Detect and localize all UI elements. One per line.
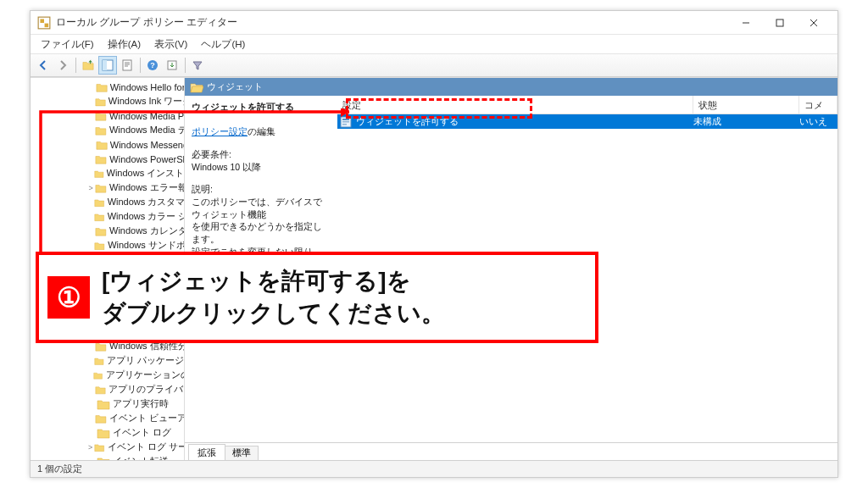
tree-node-label: Windows エラー報告 [109, 181, 184, 194]
tree-node[interactable]: アプリのプライバシー [31, 382, 184, 396]
gpedit-window: ローカル グループ ポリシー エディター ファイル(F) 操作(A) 表示(V)… [30, 10, 838, 478]
tab-extended[interactable]: 拡張 [188, 444, 225, 460]
tree-expander-icon[interactable] [86, 125, 95, 136]
tree-node[interactable]: >Windows エラー報告 [31, 180, 184, 195]
tree-node-label: Windows Media デジ [109, 124, 184, 136]
menubar: ファイル(F) 操作(A) 表示(V) ヘルプ(H) [31, 35, 837, 53]
tree-node[interactable]: アプリ実行時 [31, 396, 184, 411]
tree-expander-icon[interactable] [86, 385, 95, 395]
tree-expander-icon[interactable] [86, 197, 94, 208]
toolbar: ? [31, 53, 837, 77]
folder-icon [95, 96, 106, 108]
tree-expander-icon[interactable] [86, 140, 96, 150]
svg-rect-7 [776, 19, 783, 26]
col-setting[interactable]: 設定 [337, 96, 693, 114]
export-button[interactable] [163, 56, 181, 75]
tree-expander-icon[interactable] [86, 154, 95, 164]
setting-icon [339, 116, 353, 128]
column-headers[interactable]: 設定 状態 コメント [337, 96, 837, 114]
svg-rect-9 [103, 60, 107, 70]
folder-icon [96, 139, 108, 151]
tree-expander-icon[interactable] [86, 413, 95, 424]
description-label: 説明: [192, 183, 329, 196]
tree-node-label: アプリ パッケージの展開 [107, 354, 184, 367]
status-bar: 1 個の設定 [31, 460, 837, 477]
tree-expander-icon[interactable] [86, 399, 97, 409]
tree-expander-icon[interactable] [86, 428, 97, 438]
folder-icon [94, 211, 104, 223]
tree-node-label: アプリ実行時 [113, 397, 169, 410]
minimize-button[interactable] [729, 13, 763, 33]
close-button[interactable] [797, 13, 831, 33]
folder-icon [96, 81, 108, 93]
setting-row-allow-widgets[interactable]: ウィジェットを許可する 未構成 いいえ [337, 114, 837, 129]
tree-node[interactable]: イベント転送 [31, 454, 184, 460]
tree-node[interactable]: Windows Media デジ [31, 123, 184, 137]
menu-file[interactable]: ファイル(F) [34, 36, 101, 53]
tree-node-label: アプリのプライバシー [108, 383, 184, 396]
tree-node[interactable]: イベント ビューアー [31, 411, 184, 425]
annotation-step-number: ① [47, 276, 90, 319]
maximize-button[interactable] [763, 13, 797, 33]
tree-expander-icon[interactable] [86, 226, 95, 236]
tree-node-label: Windows インストーラー [107, 167, 184, 180]
tree-expander-icon[interactable] [86, 111, 95, 121]
tree-expander-icon[interactable]: > [86, 183, 95, 193]
requirements-label: 必要条件: [192, 148, 329, 161]
tree-node[interactable]: Windows カレンダー [31, 224, 184, 238]
tree-node[interactable]: Windows Messenge [31, 137, 184, 152]
properties-button[interactable] [118, 56, 136, 75]
tree-node[interactable]: Windows カスタマー エ [31, 195, 184, 209]
details-header: ウィジェット [185, 78, 837, 96]
show-tree-button[interactable] [98, 56, 117, 75]
tree-node-label: Windows Media Play [109, 111, 184, 121]
tree-expander-icon[interactable] [86, 370, 93, 380]
tree-node[interactable]: Windows Ink ワークス [31, 94, 184, 108]
annotation-callout: ① [ウィジェットを許可する]を ダブルクリックしてください。 [36, 252, 598, 343]
folder-icon [94, 240, 105, 252]
tab-standard[interactable]: 標準 [225, 446, 259, 460]
nav-back-button[interactable] [34, 56, 53, 75]
titlebar[interactable]: ローカル グループ ポリシー エディター [31, 11, 837, 35]
tree-node[interactable]: >イベント ログ サービス [31, 440, 184, 454]
tree-node[interactable]: Windows Hello for B [31, 80, 184, 94]
setting-title: ウィジェットを許可する [192, 101, 329, 114]
folder-icon [95, 413, 107, 424]
svg-rect-10 [123, 60, 131, 70]
tree-node[interactable]: Windows カラー システ [31, 209, 184, 224]
tree-node[interactable]: イベント ログ [31, 425, 184, 440]
menu-view[interactable]: 表示(V) [147, 36, 194, 53]
folder-icon [94, 441, 104, 453]
tree-node[interactable]: アプリケーションの互換性 [31, 368, 184, 382]
tree-node[interactable]: Windows サンドボック [31, 238, 184, 252]
edit-policy-link[interactable]: ポリシー設定 [192, 126, 248, 136]
tree-node[interactable]: アプリ パッケージの展開 [31, 353, 184, 368]
filter-button[interactable] [188, 56, 207, 75]
tree-node-label: Windows カスタマー エ [108, 196, 184, 208]
nav-up-button[interactable] [79, 56, 97, 75]
nav-forward-button[interactable] [53, 56, 72, 75]
folder-icon [94, 355, 104, 367]
tree-expander-icon[interactable] [86, 212, 94, 222]
tree-expander-icon[interactable] [86, 97, 95, 107]
tree-node[interactable]: Windows PowerShel [31, 152, 184, 166]
col-comment[interactable]: コメント [799, 96, 837, 114]
tree-node[interactable]: Windows インストーラー [31, 166, 184, 180]
tree-node-label: Windows Ink ワークス [108, 95, 184, 108]
details-header-title: ウィジェット [207, 80, 263, 93]
help-button[interactable]: ? [143, 56, 162, 75]
menu-help[interactable]: ヘルプ(H) [194, 36, 252, 53]
col-state[interactable]: 状態 [693, 96, 799, 114]
tree-node[interactable]: Windows Media Play [31, 108, 184, 123]
window-title: ローカル グループ ポリシー エディター [56, 15, 729, 30]
tree-node-label: イベント ログ [113, 426, 171, 439]
setting-name: ウィジェットを許可する [356, 115, 693, 128]
folder-icon [94, 197, 104, 208]
menu-action[interactable]: 操作(A) [101, 36, 147, 53]
tree-expander-icon[interactable] [86, 241, 94, 251]
tree-expander-icon[interactable] [86, 82, 96, 92]
svg-text:?: ? [150, 61, 155, 69]
tree-expander-icon[interactable] [86, 356, 94, 366]
tree-expander-icon[interactable] [86, 169, 94, 179]
tree-expander-icon[interactable]: > [86, 442, 94, 452]
